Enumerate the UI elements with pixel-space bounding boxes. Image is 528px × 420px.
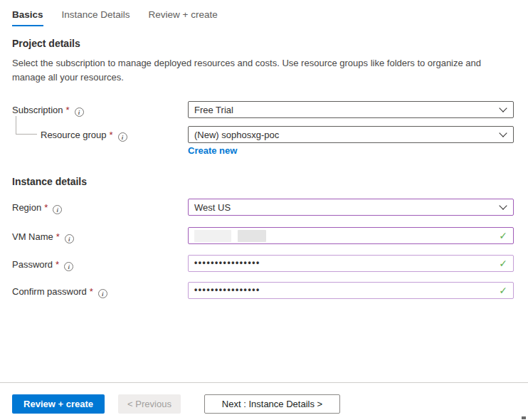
valid-check-icon: ✓ bbox=[499, 230, 507, 241]
chevron-down-icon bbox=[499, 129, 507, 137]
resource-group-label-text: Resource group bbox=[41, 130, 107, 140]
next-instance-details-button[interactable]: Next : Instance Details > bbox=[204, 394, 340, 414]
required-asterisk: * bbox=[66, 105, 70, 115]
password-masked-value: •••••••••••••••• bbox=[194, 258, 499, 268]
info-icon[interactable]: i bbox=[53, 205, 62, 214]
resource-group-value: (New) sophosxg-poc bbox=[194, 130, 500, 140]
info-icon[interactable]: i bbox=[75, 107, 84, 117]
info-icon[interactable]: i bbox=[65, 234, 74, 243]
region-label-text: Region bbox=[12, 202, 41, 213]
chevron-down-icon bbox=[499, 201, 507, 209]
confirm-password-label: Confirm password*i bbox=[12, 286, 107, 298]
redaction-block bbox=[194, 230, 231, 242]
resource-group-label: Resource group*i bbox=[41, 130, 127, 142]
resource-group-dropdown[interactable]: (New) sophosxg-poc bbox=[188, 126, 514, 143]
create-new-link[interactable]: Create new bbox=[188, 145, 237, 156]
resource-group-connector-line bbox=[16, 116, 37, 135]
confirm-password-label-text: Confirm password bbox=[12, 286, 87, 297]
region-value: West US bbox=[194, 202, 500, 213]
required-asterisk: * bbox=[90, 286, 93, 297]
subscription-label: Subscription*i bbox=[12, 105, 84, 117]
region-dropdown[interactable]: West US bbox=[188, 199, 514, 216]
valid-check-icon: ✓ bbox=[499, 258, 507, 269]
chevron-down-icon bbox=[499, 104, 507, 112]
vm-name-label-text: VM Name bbox=[12, 231, 53, 242]
subscription-dropdown[interactable]: Free Trial bbox=[188, 101, 514, 118]
redaction-block bbox=[238, 230, 266, 242]
project-details-description: Select the subscription to manage deploy… bbox=[12, 56, 509, 84]
password-label-text: Password bbox=[12, 259, 53, 270]
confirm-password-masked-value: •••••••••••••••• bbox=[194, 285, 499, 295]
password-input[interactable]: •••••••••••••••• ✓ bbox=[188, 255, 514, 272]
wizard-tabs: Basics Instance Details Review + create bbox=[12, 9, 218, 26]
subscription-label-text: Subscription bbox=[12, 105, 63, 115]
password-label: Password*i bbox=[12, 259, 73, 271]
required-asterisk: * bbox=[110, 130, 113, 140]
vm-name-label: VM Name*i bbox=[12, 231, 74, 243]
info-icon[interactable]: i bbox=[64, 262, 73, 271]
valid-check-icon: ✓ bbox=[499, 285, 507, 296]
info-icon[interactable]: i bbox=[118, 132, 127, 142]
tab-review-create[interactable]: Review + create bbox=[149, 9, 218, 26]
required-asterisk: * bbox=[56, 259, 59, 270]
vm-name-redacted-value bbox=[194, 230, 499, 242]
info-icon[interactable]: i bbox=[98, 289, 107, 298]
region-label: Region*i bbox=[12, 202, 62, 214]
review-create-button[interactable]: Review + create bbox=[12, 394, 105, 414]
required-asterisk: * bbox=[44, 202, 48, 213]
instance-details-heading: Instance details bbox=[12, 176, 87, 187]
required-asterisk: * bbox=[56, 231, 60, 242]
confirm-password-input[interactable]: •••••••••••••••• ✓ bbox=[188, 282, 514, 299]
previous-button[interactable]: < Previous bbox=[118, 394, 181, 414]
corner-artifact bbox=[522, 416, 526, 419]
project-details-heading: Project details bbox=[12, 38, 80, 49]
subscription-value: Free Trial bbox=[194, 105, 500, 115]
tab-basics[interactable]: Basics bbox=[12, 9, 43, 26]
footer-divider bbox=[0, 382, 528, 383]
vm-name-input[interactable]: ✓ bbox=[188, 227, 514, 244]
tab-instance-details[interactable]: Instance Details bbox=[62, 9, 130, 26]
